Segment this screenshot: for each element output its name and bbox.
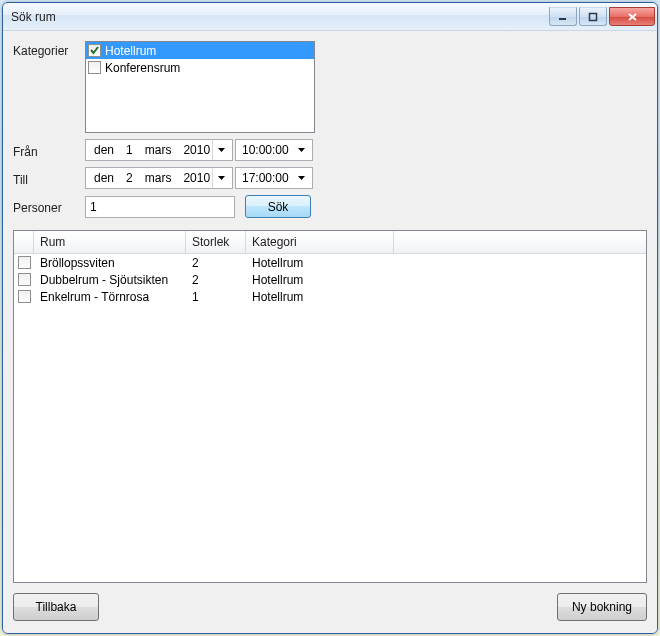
from-date-day: 1	[120, 143, 139, 157]
from-date-prefix: den	[88, 143, 120, 157]
table-row[interactable]: Enkelrum - Törnrosa1Hotellrum	[14, 288, 646, 305]
checkbox[interactable]	[18, 290, 31, 303]
chevron-down-icon	[298, 176, 305, 180]
persons-label: Personer	[13, 198, 85, 215]
row-room: Bröllopssviten	[34, 256, 186, 270]
checkbox[interactable]	[18, 256, 31, 269]
search-button[interactable]: Sök	[245, 195, 311, 218]
to-time-picker[interactable]: 17:00:00	[235, 167, 313, 189]
from-row: Från den 1 mars 2010 10:00:00	[13, 139, 647, 161]
table-row[interactable]: Bröllopssviten2Hotellrum	[14, 254, 646, 271]
persons-row: Personer 1 Sök	[13, 195, 647, 218]
grid-header-category[interactable]: Kategori	[246, 231, 394, 253]
checkbox[interactable]	[88, 44, 101, 57]
from-date-dropdown[interactable]	[212, 140, 229, 160]
maximize-button[interactable]	[579, 7, 607, 26]
window-controls	[549, 7, 657, 26]
category-item[interactable]: Konferensrum	[86, 59, 314, 76]
from-time-value: 10:00:00	[242, 143, 293, 157]
row-category: Hotellrum	[246, 290, 394, 304]
row-room: Dubbelrum - Sjöutsikten	[34, 273, 186, 287]
category-item[interactable]: Hotellrum	[86, 42, 314, 59]
from-date-year: 2010	[177, 143, 212, 157]
to-date-dropdown[interactable]	[212, 168, 229, 188]
from-date-picker[interactable]: den 1 mars 2010	[85, 139, 233, 161]
minimize-icon	[558, 12, 568, 22]
grid-header-size[interactable]: Storlek	[186, 231, 246, 253]
to-time-dropdown[interactable]	[293, 168, 310, 188]
table-row[interactable]: Dubbelrum - Sjöutsikten2Hotellrum	[14, 271, 646, 288]
row-size: 2	[186, 256, 246, 270]
window: Sök rum Kategorier HotellrumKonferensrum…	[2, 2, 658, 634]
persons-input[interactable]: 1	[85, 196, 235, 218]
to-date-year: 2010	[177, 171, 212, 185]
checkbox[interactable]	[18, 273, 31, 286]
to-date-picker[interactable]: den 2 mars 2010	[85, 167, 233, 189]
svg-rect-1	[590, 13, 597, 20]
window-title: Sök rum	[11, 10, 549, 24]
persons-value: 1	[90, 200, 97, 214]
categories-label: Kategorier	[13, 41, 85, 58]
row-room: Enkelrum - Törnrosa	[34, 290, 186, 304]
chevron-down-icon	[298, 148, 305, 152]
to-row: Till den 2 mars 2010 17:00:00	[13, 167, 647, 189]
grid-header-checkbox	[14, 231, 34, 253]
row-checkbox-cell	[14, 290, 34, 303]
new-booking-button-label: Ny bokning	[572, 600, 632, 614]
row-category: Hotellrum	[246, 256, 394, 270]
results-grid: Rum Storlek Kategori Bröllopssviten2Hote…	[13, 230, 647, 583]
category-item-label: Konferensrum	[105, 61, 180, 75]
check-icon	[90, 46, 99, 55]
close-button[interactable]	[609, 7, 655, 26]
to-time-value: 17:00:00	[242, 171, 293, 185]
grid-body: Bröllopssviten2HotellrumDubbelrum - Sjöu…	[14, 254, 646, 582]
from-date-group: den 1 mars 2010 10:00:00	[85, 139, 313, 161]
maximize-icon	[588, 12, 598, 22]
grid-header-room[interactable]: Rum	[34, 231, 186, 253]
from-time-dropdown[interactable]	[293, 140, 310, 160]
client-area: Kategorier HotellrumKonferensrum Från de…	[3, 31, 657, 633]
row-checkbox-cell	[14, 273, 34, 286]
minimize-button[interactable]	[549, 7, 577, 26]
row-checkbox-cell	[14, 256, 34, 269]
to-date-month: mars	[139, 171, 178, 185]
titlebar: Sök rum	[3, 3, 657, 31]
checkbox[interactable]	[88, 61, 101, 74]
back-button-label: Tillbaka	[36, 600, 77, 614]
chevron-down-icon	[218, 176, 225, 180]
grid-header: Rum Storlek Kategori	[14, 231, 646, 254]
to-date-day: 2	[120, 171, 139, 185]
row-category: Hotellrum	[246, 273, 394, 287]
close-icon	[627, 12, 638, 22]
new-booking-button[interactable]: Ny bokning	[557, 593, 647, 621]
footer: Tillbaka Ny bokning	[13, 583, 647, 621]
to-date-group: den 2 mars 2010 17:00:00	[85, 167, 313, 189]
category-item-label: Hotellrum	[105, 44, 156, 58]
back-button[interactable]: Tillbaka	[13, 593, 99, 621]
search-button-label: Sök	[268, 200, 289, 214]
from-time-picker[interactable]: 10:00:00	[235, 139, 313, 161]
grid-header-fill	[394, 231, 646, 253]
chevron-down-icon	[218, 148, 225, 152]
to-date-prefix: den	[88, 171, 120, 185]
row-size: 2	[186, 273, 246, 287]
categories-row: Kategorier HotellrumKonferensrum	[13, 41, 647, 133]
to-label: Till	[13, 170, 85, 187]
from-date-month: mars	[139, 143, 178, 157]
categories-listbox[interactable]: HotellrumKonferensrum	[85, 41, 315, 133]
row-size: 1	[186, 290, 246, 304]
from-label: Från	[13, 142, 85, 159]
